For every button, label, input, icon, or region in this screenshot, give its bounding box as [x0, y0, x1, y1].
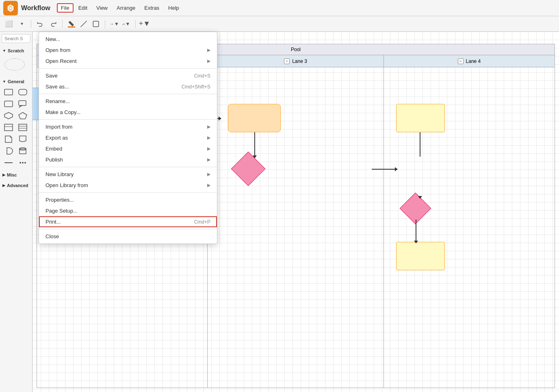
- advanced-section-toggle[interactable]: ▶ Advanced: [2, 182, 30, 189]
- new-library-submenu-icon: ▶: [207, 172, 210, 177]
- scratch-shape: [4, 58, 25, 71]
- svg-marker-9: [19, 112, 27, 119]
- svg-point-0: [9, 7, 12, 9]
- shape-callout[interactable]: [17, 99, 29, 109]
- menu-rename[interactable]: Rename...: [39, 96, 217, 107]
- svg-rect-6: [4, 101, 13, 107]
- menu-page-setup[interactable]: Page Setup...: [39, 205, 217, 216]
- add-btn[interactable]: +▼: [139, 18, 150, 30]
- import-from-submenu-icon: ▶: [207, 124, 210, 129]
- menu-item-view[interactable]: View: [92, 3, 112, 13]
- shape-orange-rect[interactable]: [228, 104, 281, 132]
- divider-2: [39, 94, 217, 94]
- menu-open-library-from-label: Open Library from: [46, 182, 207, 188]
- shape-document[interactable]: [17, 134, 29, 144]
- divider-1: [39, 68, 217, 69]
- lane-4-collapse[interactable]: −: [458, 58, 464, 64]
- open-library-from-submenu-icon: ▶: [207, 183, 210, 188]
- sidebar-section-general: ▼ General: [0, 76, 32, 170]
- connection-tools: →▼ ⌐▼: [108, 18, 132, 30]
- shape-rect2[interactable]: [2, 99, 15, 109]
- page-layout-btn[interactable]: ⬜: [3, 18, 15, 30]
- arrowhead-3: [253, 155, 257, 160]
- menu-import-from[interactable]: Import from ▶: [39, 121, 217, 132]
- menu-open-recent-label: Open Recent: [46, 58, 207, 64]
- shape-pink-diamond[interactable]: [231, 152, 266, 186]
- menu-publish-label: Publish: [46, 157, 207, 163]
- menu-close[interactable]: Close: [39, 231, 217, 242]
- general-arrow-icon: ▼: [2, 80, 6, 84]
- shape-rounded-rect[interactable]: [17, 87, 29, 97]
- shape-btn[interactable]: [90, 18, 102, 30]
- shape-hexagon[interactable]: [2, 110, 15, 121]
- shape-cylinder[interactable]: [17, 146, 29, 156]
- menu-make-copy[interactable]: Make a Copy...: [39, 107, 217, 118]
- divider-4: [39, 167, 217, 167]
- shape-line[interactable]: [2, 157, 15, 168]
- menu-import-from-label: Import from: [46, 124, 207, 130]
- undo-btn[interactable]: [35, 18, 46, 30]
- misc-section-toggle[interactable]: ▶ Misc: [2, 171, 30, 179]
- shape-container[interactable]: [2, 122, 15, 133]
- lane-4-label: Lane 4: [466, 58, 481, 64]
- menu-item-arrange[interactable]: Arrange: [113, 3, 139, 13]
- general-section-toggle[interactable]: ▼ General: [2, 78, 30, 85]
- menu-export-as[interactable]: Export as ▶: [39, 132, 217, 143]
- menu-open-library-from[interactable]: Open Library from ▶: [39, 180, 217, 191]
- shape-yellow-rect-top[interactable]: [396, 104, 445, 132]
- menu-export-as-label: Export as: [46, 135, 207, 141]
- shape-rectangle[interactable]: [2, 87, 15, 97]
- lane-3-collapse[interactable]: −: [284, 58, 290, 64]
- top-bar: Workflow File Edit View Arrange Extras H…: [0, 0, 559, 16]
- menu-new[interactable]: New...: [39, 34, 217, 45]
- menu-item-edit[interactable]: Edit: [74, 3, 91, 13]
- lane-4-header: − Lane 4: [384, 55, 555, 67]
- open-recent-submenu-icon: ▶: [207, 58, 210, 64]
- arrow-6: [416, 220, 416, 242]
- menu-open-from[interactable]: Open from ▶: [39, 45, 217, 56]
- svg-rect-12: [19, 124, 27, 131]
- menu-save-as-label: Save as...: [46, 84, 182, 90]
- scratch-section-toggle[interactable]: ▼ Scratch: [2, 47, 30, 54]
- connection-style-btn[interactable]: →▼: [108, 18, 120, 30]
- shape-dots[interactable]: [17, 157, 29, 168]
- redo-btn[interactable]: [48, 18, 59, 30]
- svg-point-18: [20, 162, 21, 164]
- arrow-5: [420, 132, 420, 157]
- waypoint-btn[interactable]: ⌐▼: [121, 18, 132, 30]
- shape-pentagon[interactable]: [17, 110, 29, 121]
- svg-rect-1: [68, 26, 75, 28]
- svg-line-2: [81, 21, 87, 27]
- fill-btn[interactable]: [66, 18, 77, 30]
- svg-rect-4: [4, 89, 13, 95]
- lane-4-container: − Lane 4: [384, 55, 555, 388]
- menu-close-label: Close: [46, 233, 210, 239]
- menu-item-file[interactable]: File: [57, 3, 74, 13]
- menu-new-library[interactable]: New Library ▶: [39, 169, 217, 180]
- advanced-arrow-icon: ▶: [2, 183, 5, 187]
- menu-embed-label: Embed: [46, 146, 207, 152]
- menu-save-as[interactable]: Save as... Cmd+Shift+S: [39, 81, 217, 92]
- menu-new-library-label: New Library: [46, 171, 207, 177]
- embed-submenu-icon: ▶: [207, 146, 210, 151]
- page-dropdown-btn[interactable]: ▼: [16, 18, 28, 30]
- menu-print[interactable]: Print... Cmd+P: [39, 216, 217, 227]
- search-input[interactable]: [2, 34, 30, 43]
- shape-page[interactable]: [2, 134, 15, 144]
- menu-open-recent[interactable]: Open Recent ▶: [39, 56, 217, 67]
- shape-d-shape[interactable]: [2, 146, 15, 156]
- menu-embed[interactable]: Embed ▶: [39, 143, 217, 154]
- open-from-submenu-icon: ▶: [207, 47, 210, 53]
- menu-properties[interactable]: Properties...: [39, 194, 217, 205]
- shape-yellow-rect-bottom[interactable]: [396, 242, 445, 270]
- sidebar-section-advanced: ▶ Advanced: [0, 180, 32, 191]
- lane-3-container: − Lane 3: [208, 55, 384, 388]
- shape-list[interactable]: [17, 122, 29, 133]
- menu-save[interactable]: Save Cmd+S: [39, 70, 217, 81]
- line-btn[interactable]: [78, 18, 89, 30]
- menu-item-extras[interactable]: Extras: [140, 3, 163, 13]
- menu-item-help[interactable]: Help: [164, 3, 183, 13]
- divider-3: [39, 119, 217, 120]
- general-label: General: [8, 79, 24, 84]
- menu-publish[interactable]: Publish ▶: [39, 154, 217, 165]
